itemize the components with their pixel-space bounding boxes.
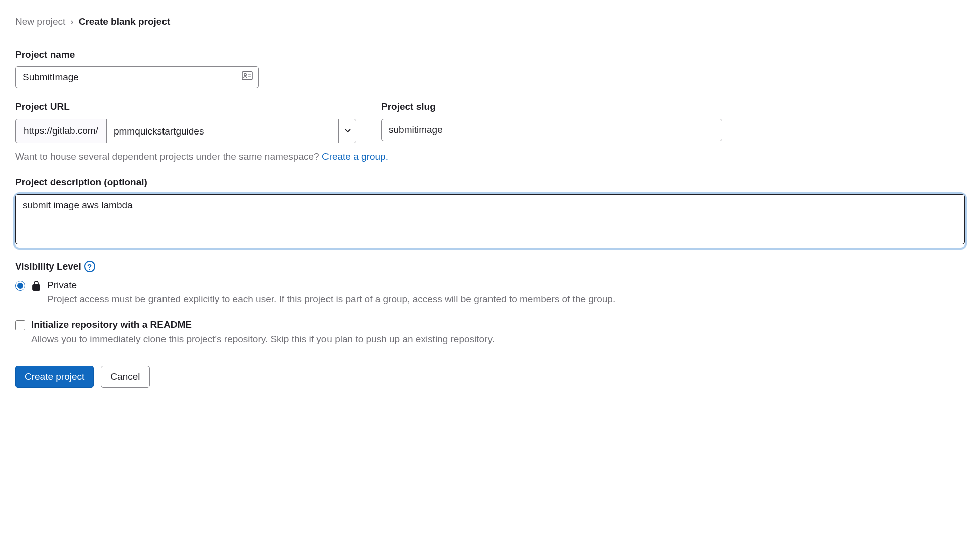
breadcrumb-current: Create blank project	[79, 15, 171, 29]
project-slug-input[interactable]	[381, 119, 722, 141]
svg-rect-0	[242, 72, 252, 80]
project-url-label: Project URL	[15, 100, 356, 114]
svg-point-1	[244, 74, 246, 76]
svg-rect-4	[33, 285, 40, 290]
breadcrumb-separator: ›	[70, 15, 73, 29]
readme-desc: Allows you to immediately clone this pro…	[31, 333, 495, 346]
namespace-select[interactable]: pmmquickstartguides	[106, 119, 356, 144]
description-textarea[interactable]: submit image aws lambda	[15, 194, 965, 244]
group-hint-text: Want to house several dependent projects…	[15, 151, 322, 162]
visibility-private-radio[interactable]	[15, 281, 25, 291]
project-name-input[interactable]	[15, 66, 259, 88]
create-project-button[interactable]: Create project	[15, 366, 94, 388]
readme-checkbox[interactable]	[15, 320, 25, 330]
readme-title: Initialize repository with a README	[31, 318, 495, 332]
description-label: Project description (optional)	[15, 176, 965, 189]
group-hint: Want to house several dependent projects…	[15, 150, 965, 164]
create-group-link[interactable]: Create a group.	[322, 151, 388, 162]
help-icon[interactable]: ?	[84, 261, 95, 272]
contact-card-icon	[242, 71, 253, 84]
cancel-button[interactable]: Cancel	[101, 366, 149, 388]
lock-icon	[31, 280, 41, 291]
breadcrumb-parent[interactable]: New project	[15, 15, 65, 29]
visibility-private-desc: Project access must be granted explicitl…	[47, 293, 615, 306]
project-url-prefix: https://gitlab.com/	[15, 119, 106, 144]
visibility-private-title: Private	[47, 279, 615, 292]
project-name-label: Project name	[15, 48, 965, 62]
visibility-label: Visibility Level ?	[15, 260, 965, 274]
breadcrumb: New project › Create blank project	[15, 15, 965, 36]
project-slug-label: Project slug	[381, 100, 722, 114]
